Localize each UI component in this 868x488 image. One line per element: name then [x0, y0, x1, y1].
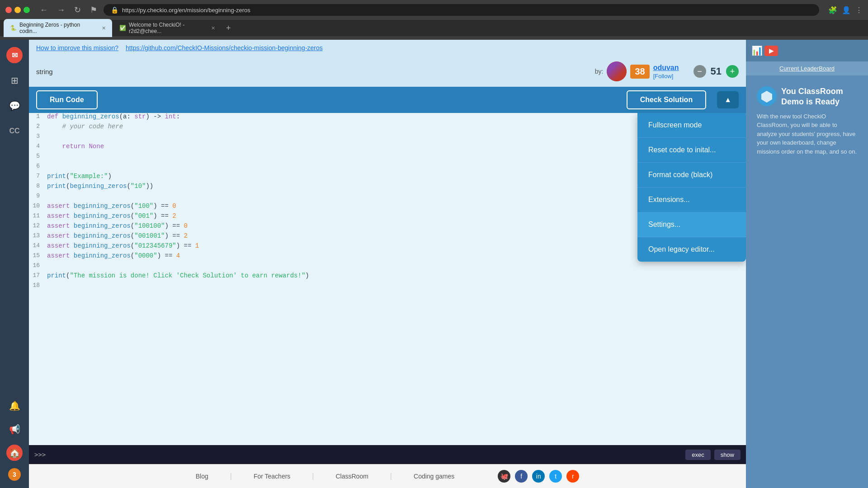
- sidebar-item-bell[interactable]: 🔔: [6, 398, 23, 414]
- sidebar-item-home[interactable]: 🏠: [6, 445, 23, 461]
- check-solution-button[interactable]: Check Solution: [627, 90, 706, 109]
- social-github-icon[interactable]: 🐙: [498, 470, 510, 483]
- tab-beginning-zeros[interactable]: 🐍 Beginning Zeros - python codin... ✕: [4, 19, 112, 37]
- footer-teachers[interactable]: For Teachers: [254, 473, 290, 480]
- right-top-bar: 📊 ▶: [746, 40, 868, 61]
- main-layout: ✉ ⊞ 💬 CC 🔔 📢 🏠 3 How to improve this mis…: [0, 40, 868, 488]
- right-panel: 📊 ▶ Current LeaderBoard You ClassRoom De…: [746, 40, 868, 488]
- menu-fullscreen[interactable]: Fullscreen mode: [637, 113, 746, 138]
- browser-tabs: 🐍 Beginning Zeros - python codin... ✕ ✅ …: [0, 20, 868, 36]
- forward-button[interactable]: →: [54, 5, 68, 16]
- sidebar-badge: 3: [8, 468, 21, 481]
- score-controls: − 51 +: [693, 65, 739, 78]
- footer-coding-games[interactable]: Coding games: [414, 473, 454, 480]
- sidebar-item-chat[interactable]: 💬: [6, 98, 23, 114]
- tab1-close[interactable]: ✕: [102, 25, 106, 31]
- score-minus-button[interactable]: −: [693, 65, 706, 78]
- top-bar: How to improve this mission? https://git…: [29, 40, 746, 56]
- social-linkedin-icon[interactable]: in: [532, 470, 545, 483]
- footer-classroom[interactable]: ClassRoom: [336, 473, 368, 480]
- logo-icon[interactable]: ✉: [6, 47, 23, 63]
- author-section: by: 38 oduvan [Follow] − 51 +: [595, 61, 739, 81]
- minimize-window-button[interactable]: [14, 7, 21, 13]
- show-button[interactable]: show: [714, 450, 741, 460]
- content-area: How to improve this mission? https://git…: [29, 40, 746, 488]
- editor-container: 1 def beginning_zeros(a: str) -> int: 2 …: [29, 113, 746, 445]
- follow-link[interactable]: [Follow]: [653, 73, 679, 80]
- code-line-18: 18: [29, 282, 746, 292]
- close-window-button[interactable]: [5, 7, 12, 13]
- console-prompt: >>>: [34, 451, 46, 458]
- back-button[interactable]: ←: [37, 5, 51, 16]
- tab1-label: Beginning Zeros - python codin...: [19, 22, 97, 34]
- reload-button[interactable]: ↻: [71, 4, 84, 16]
- mission-header: string by: 38 oduvan [Follow] − 51 +: [29, 56, 746, 87]
- url-text: https://py.checkio.org/en/mission/beginn…: [122, 7, 250, 14]
- mission-type-label: string: [36, 68, 53, 75]
- current-leaderboard-link[interactable]: Current LeaderBoard: [746, 61, 868, 75]
- menu-format-code[interactable]: Format code (black): [637, 163, 746, 188]
- author-avatar: [607, 61, 627, 81]
- score-plus-button[interactable]: +: [726, 65, 739, 78]
- improve-mission-link[interactable]: How to improve this mission?: [36, 44, 118, 52]
- console-bar: >>> exec show: [29, 445, 746, 464]
- sidebar-item-cc[interactable]: CC: [6, 123, 23, 139]
- code-line-17: 17 print("The mission is done! Click 'Ch…: [29, 272, 746, 282]
- profile-icon[interactable]: 👤: [842, 6, 851, 14]
- menu-settings[interactable]: Settings...: [637, 212, 746, 237]
- window-controls: [5, 7, 30, 13]
- extensions-icon[interactable]: 🧩: [828, 6, 837, 14]
- classroom-title: You ClassRoom Demo is Ready: [781, 86, 857, 108]
- by-label: by:: [595, 68, 604, 75]
- console-actions: exec show: [685, 450, 741, 460]
- dropdown-menu: Fullscreen mode Reset code to inital... …: [637, 113, 746, 262]
- checkio-logo-small: [757, 86, 777, 106]
- run-code-button[interactable]: Run Code: [36, 90, 98, 109]
- svg-marker-0: [761, 91, 772, 103]
- footer-blog[interactable]: Blog: [196, 473, 208, 480]
- tab2-label: Welcome to CheckiO! - r2d2@chee...: [129, 22, 207, 34]
- sidebar-bottom: 🔔 📢 🏠 3: [6, 398, 23, 481]
- classroom-header: You ClassRoom Demo is Ready: [757, 86, 857, 108]
- footer-socials: 🐙 f in t r: [498, 470, 579, 483]
- tab-welcome[interactable]: ✅ Welcome to CheckiO! - r2d2@chee... ✕: [113, 19, 222, 37]
- expand-button[interactable]: ▲: [717, 91, 739, 108]
- menu-legacy-editor[interactable]: Open legacy editor...: [637, 237, 746, 262]
- left-sidebar: ✉ ⊞ 💬 CC 🔔 📢 🏠 3: [0, 40, 29, 488]
- exec-button[interactable]: exec: [685, 450, 710, 460]
- tab1-icon: 🐍: [10, 25, 17, 31]
- classroom-description: With the new tool CheckiO ClassRoom, you…: [757, 112, 857, 156]
- classroom-card: You ClassRoom Demo is Ready With the new…: [750, 79, 864, 163]
- address-bar[interactable]: 🔒 https://py.checkio.org/en/mission/begi…: [104, 4, 819, 16]
- leaderboard-red-button[interactable]: ▶: [764, 46, 778, 56]
- score-value: 51: [711, 66, 722, 77]
- footer: Blog | For Teachers | ClassRoom | Coding…: [29, 464, 746, 488]
- github-link[interactable]: https://github.com/CheckIO-Missions/chec…: [126, 44, 323, 52]
- author-name[interactable]: oduvan: [653, 64, 679, 72]
- social-reddit-icon[interactable]: r: [566, 470, 579, 483]
- tab2-close[interactable]: ✕: [211, 25, 215, 31]
- tab2-icon: ✅: [119, 25, 126, 31]
- social-facebook-icon[interactable]: f: [515, 470, 528, 483]
- sidebar-item-grid[interactable]: ⊞: [6, 72, 23, 89]
- maximize-window-button[interactable]: [24, 7, 30, 13]
- code-line-16: 16: [29, 262, 746, 272]
- sidebar-item-announce[interactable]: 📢: [6, 421, 23, 437]
- menu-reset-code[interactable]: Reset code to inital...: [637, 138, 746, 163]
- code-toolbar: Run Code Check Solution ▲: [29, 87, 746, 113]
- social-twitter-icon[interactable]: t: [549, 470, 562, 483]
- menu-extensions[interactable]: Extensions...: [637, 188, 746, 212]
- menu-icon[interactable]: ⋮: [855, 6, 863, 14]
- browser-chrome: ← → ↻ ⚑ 🔒 https://py.checkio.org/en/miss…: [0, 0, 868, 40]
- leaderboard-chart-icon: 📊: [751, 45, 763, 56]
- add-tab-button[interactable]: +: [222, 23, 235, 33]
- author-level-badge: 38: [630, 65, 649, 79]
- bookmark-button[interactable]: ⚑: [87, 4, 100, 16]
- browser-toolbar-right: 🧩 👤 ⋮: [828, 6, 863, 14]
